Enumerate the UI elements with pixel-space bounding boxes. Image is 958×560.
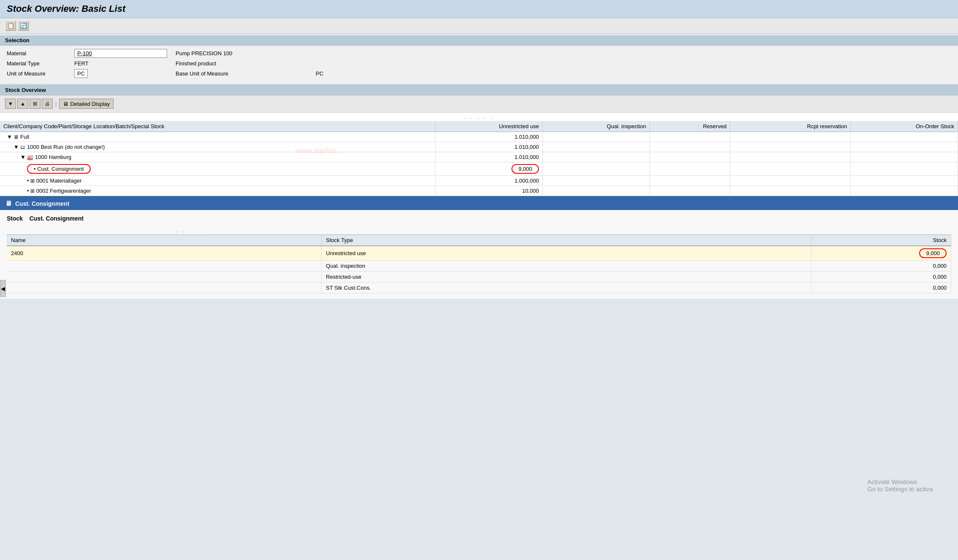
base-uom-row: Base Unit of Measure PC — [167, 70, 951, 77]
toolbar-btn-1[interactable]: 📋 — [5, 21, 16, 31]
detail-table-row[interactable]: 2400Unrestricted use9,000 — [7, 246, 951, 261]
stock-row-label: • ⊞ 0001 Materiallager — [0, 176, 436, 186]
stock-row-reserved — [649, 162, 730, 176]
col-qual: Qual. inspection — [543, 121, 650, 132]
stock-row-qual — [543, 132, 650, 142]
stock-table-row[interactable]: ▼ 🖥 Full1.010,000 — [0, 132, 958, 142]
stock-row-rcpt — [730, 162, 851, 176]
stock-row-label: ▼ 🗂 1000 Best Run (do not change!) — [0, 142, 436, 152]
stock-table-row[interactable]: • Cust. Consignment9,000 — [0, 162, 958, 176]
stock-table-row[interactable]: ▼ 🏭 1000 Hamburg1.010,000 — [0, 152, 958, 162]
stock-row-qual — [543, 186, 650, 196]
stock-row-label: • Cust. Consignment — [0, 162, 436, 176]
detail-panel: 🖥 Cust. Consignment Stock Cust. Consignm… — [0, 196, 958, 299]
detail-row-stock: 0,000 — [811, 272, 951, 283]
uom-label: Unit of Measure — [7, 70, 74, 77]
stock-row-onorder — [851, 162, 958, 176]
dotted-sep-top: . . . . . — [0, 113, 958, 121]
activate-windows: Activate WindowsGo to Settings to activa — [867, 478, 933, 493]
columns-icon: ⊞ — [33, 101, 37, 107]
stock-row-onorder — [851, 152, 958, 162]
stock-row-rcpt — [730, 176, 851, 186]
detail-panel-title: Cust. Consignment — [15, 200, 69, 207]
detail-row-type: Unrestricted use — [322, 246, 811, 261]
stock-row-label: ▼ 🏭 1000 Hamburg — [0, 152, 436, 162]
detail-row-name — [7, 272, 322, 283]
detail-col-type: Stock Type — [322, 235, 811, 246]
detail-panel-icon: 🖥 — [5, 200, 12, 207]
filter-down-btn[interactable]: ▼ — [5, 99, 16, 109]
print-icon: 🖨 — [45, 101, 50, 107]
filter-down-icon: ▼ — [8, 101, 13, 107]
col-rcpt: Rcpt reservation — [730, 121, 851, 132]
stock-row-unrestricted: 1.000,000 — [436, 176, 543, 186]
stock-row-qual — [543, 162, 650, 176]
material-type-desc: Finished product — [167, 60, 951, 67]
selection-header: Selection — [0, 35, 958, 46]
separator: | — [55, 101, 57, 107]
stock-row-qual — [543, 152, 650, 162]
stock-table-row[interactable]: ▼ 🗂 1000 Best Run (do not change!)1.010,… — [0, 142, 958, 152]
filter-up-btn[interactable]: ▲ — [17, 99, 28, 109]
detail-row-name — [7, 261, 322, 272]
selection-section: Selection Material P-100 Pump PRECISION … — [0, 35, 958, 83]
detail-row-stock: 0,000 — [811, 261, 951, 272]
toolbar-btn-2[interactable]: 🔄 — [18, 21, 29, 31]
columns-btn[interactable]: ⊞ — [30, 99, 41, 109]
copy-icon: 📋 — [7, 22, 14, 29]
stock-row-rcpt — [730, 132, 851, 142]
stock-row-rcpt — [730, 142, 851, 152]
print-btn[interactable]: 🖨 — [42, 99, 53, 109]
uom-value[interactable]: PC — [74, 69, 88, 78]
detail-col-stock: Stock — [811, 235, 951, 246]
stock-table-row[interactable]: • ⊞ 0001 Materiallager1.000,000 — [0, 176, 958, 186]
stock-row-label: ▼ 🖥 Full — [0, 132, 436, 142]
detail-col-name: Name — [7, 235, 322, 246]
stock-row-onorder — [851, 132, 958, 142]
stock-table-body: ▼ 🖥 Full1.010,000▼ 🗂 1000 Best Run (do n… — [0, 132, 958, 196]
detail-table: Name Stock Type Stock 2400Unrestricted u… — [7, 234, 951, 293]
detail-table-row[interactable]: Qual. inspection0,000 — [7, 261, 951, 272]
detailed-display-btn[interactable]: 🖥 Detailed Display — [59, 99, 114, 109]
scroll-left-arrow[interactable]: ◀ — [0, 280, 6, 297]
detail-stock-label: Stock Cust. Consignment — [7, 215, 951, 222]
stock-row-unrestricted: 10,000 — [436, 186, 543, 196]
selection-grid: Material P-100 Pump PRECISION 100 Materi… — [0, 46, 958, 83]
stock-row-qual — [543, 176, 650, 186]
base-uom-value: PC — [316, 70, 323, 77]
page-title: Stock Overview: Basic List — [7, 3, 951, 14]
stock-row-onorder — [851, 176, 958, 186]
stock-row-rcpt — [730, 152, 851, 162]
stock-row-unrestricted: 9,000 — [436, 162, 543, 176]
stock-toolbar: ▼ ▲ ⊞ 🖨 | 🖥 Detailed Display — [0, 95, 958, 113]
col-unrestricted: Unrestricted use — [436, 121, 543, 132]
base-uom-label: Base Unit of Measure — [176, 70, 228, 77]
stock-table-row[interactable]: • ⊞ 0002 Fertigwarenlager10,000 — [0, 186, 958, 196]
stock-row-unrestricted: 1.010,000 — [436, 142, 543, 152]
detail-row-type: ST Stk Cust.Cons. — [322, 283, 811, 293]
detail-stock-label-text: Stock — [7, 215, 23, 222]
stock-table: Client/Company Code/Plant/Storage Locati… — [0, 121, 958, 196]
material-type-value: FERT — [74, 60, 167, 67]
stock-row-reserved — [649, 132, 730, 142]
material-input[interactable]: P-100 — [74, 49, 167, 58]
detail-table-header-row: Name Stock Type Stock — [7, 235, 951, 246]
stock-row-qual — [543, 142, 650, 152]
detail-dotted-sep: . . . . . — [7, 226, 951, 234]
detail-table-row[interactable]: ST Stk Cust.Cons.0,000 — [7, 283, 951, 293]
stock-row-label: • ⊞ 0002 Fertigwarenlager — [0, 186, 436, 196]
stock-row-reserved — [649, 142, 730, 152]
filter-up-icon: ▲ — [20, 101, 25, 107]
refresh-icon: 🔄 — [20, 22, 27, 29]
detail-row-name: 2400 — [7, 246, 322, 261]
stock-row-reserved — [649, 186, 730, 196]
detail-row-type: Qual. inspection — [322, 261, 811, 272]
detail-row-stock: 0,000 — [811, 283, 951, 293]
detail-row-name — [7, 283, 322, 293]
stock-row-onorder — [851, 142, 958, 152]
detail-table-row[interactable]: Restricted-use0,000 — [7, 272, 951, 283]
stock-row-onorder — [851, 186, 958, 196]
main-toolbar: 📋 🔄 — [0, 18, 958, 34]
stock-table-area: www.saphai... . . . . . Client/Company C… — [0, 113, 958, 196]
title-bar: Stock Overview: Basic List — [0, 0, 958, 18]
